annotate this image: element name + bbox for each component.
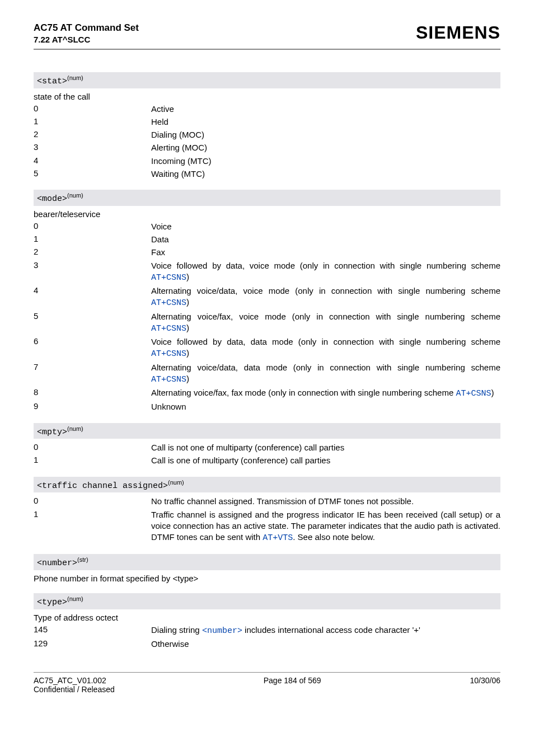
parameter-type-suffix: (num): [67, 192, 83, 199]
value-row: 5Waiting (MTC): [34, 168, 500, 180]
value-description: No traffic channel assigned. Transmissio…: [151, 496, 500, 507]
value-key: 5: [34, 311, 151, 321]
value-description: Alternating voice/fax, voice mode (only …: [151, 311, 500, 335]
code-reference[interactable]: AT+VTS: [263, 533, 293, 543]
value-description: Dialing string <number> includes interna…: [151, 624, 500, 637]
value-row: 129Otherwise: [34, 638, 500, 650]
value-key: 1: [34, 509, 151, 519]
footer-left: AC75_ATC_V01.002 Confidential / Released: [34, 676, 115, 694]
parameter-band: <traffic channel assigned>(num): [34, 477, 500, 493]
value-row: 0No traffic channel assigned. Transmissi…: [34, 496, 500, 507]
code-reference[interactable]: AT+CSNS: [151, 349, 186, 359]
value-row: 4Alternating voice/data, voice mode (onl…: [34, 285, 500, 309]
value-row: 7Alternating voice/data, data mode (only…: [34, 362, 500, 386]
code-reference[interactable]: AT+CSNS: [456, 389, 491, 398]
parameter-band: <type>(num): [34, 593, 500, 609]
value-row: 5Alternating voice/fax, voice mode (only…: [34, 311, 500, 335]
parameter-name: <mpty>: [37, 427, 67, 436]
code-reference[interactable]: AT+CSNS: [151, 324, 186, 334]
value-row: 1Call is one of multiparty (conference) …: [34, 455, 500, 466]
value-key: 1: [34, 234, 151, 243]
parameter-band: <mpty>(num): [34, 423, 500, 439]
value-key: 129: [34, 638, 151, 648]
footer-rule: [34, 672, 500, 673]
section-intro: Phone number in format specified by <typ…: [34, 574, 500, 583]
parameter-name: <mode>: [37, 194, 67, 204]
value-description: Fax: [151, 247, 500, 258]
code-reference[interactable]: <type>: [172, 574, 198, 583]
value-key: 0: [34, 442, 151, 452]
value-key: 1: [34, 455, 151, 464]
value-key: 9: [34, 401, 151, 411]
value-key: 145: [34, 624, 151, 634]
page-footer: AC75_ATC_V01.002 Confidential / Released…: [34, 676, 500, 694]
code-reference[interactable]: AT+CSNS: [151, 375, 186, 384]
doc-title: AC75 AT Command Set: [34, 22, 139, 34]
value-key: 7: [34, 362, 151, 372]
value-key: 0: [34, 221, 151, 231]
parameter-band: <stat>(num): [34, 72, 500, 88]
value-row: 9Unknown: [34, 401, 500, 412]
value-row: 2Fax: [34, 247, 500, 258]
value-description: Dialing (MOC): [151, 129, 500, 140]
value-description: Voice followed by data, voice mode (only…: [151, 260, 500, 284]
parameter-name: <type>: [37, 598, 67, 607]
value-description: Incoming (MTC): [151, 156, 500, 167]
footer-date: 10/30/06: [470, 676, 501, 694]
value-key: 2: [34, 129, 151, 139]
parameter-type-suffix: (num): [67, 425, 83, 432]
value-row: 0Call is not one of multiparty (conferen…: [34, 442, 500, 453]
value-row: 3Alerting (MOC): [34, 142, 500, 153]
value-description: Call is one of multiparty (conference) c…: [151, 455, 500, 466]
value-key: 6: [34, 336, 151, 346]
value-row: 0Active: [34, 104, 500, 115]
value-row: 0Voice: [34, 221, 500, 232]
footer-classification: Confidential / Released: [34, 685, 115, 694]
value-key: 5: [34, 168, 151, 178]
value-key: 3: [34, 142, 151, 152]
value-row: 6Voice followed by data, data mode (only…: [34, 336, 500, 360]
value-key: 0: [34, 104, 151, 113]
value-description: Alternating voice/data, data mode (only …: [151, 362, 500, 386]
value-row: 4Incoming (MTC): [34, 156, 500, 167]
section-intro: bearer/teleservice: [34, 209, 500, 219]
value-key: 4: [34, 156, 151, 165]
value-description: Voice: [151, 221, 500, 232]
value-description: Active: [151, 104, 500, 115]
value-description: Held: [151, 116, 500, 128]
parameter-type-suffix: (num): [67, 595, 83, 602]
value-description: Alternating voice/fax, fax mode (only in…: [151, 387, 500, 400]
brand-logo: SIEMENS: [416, 22, 500, 43]
content: <stat>(num)state of the call0Active1Held…: [34, 72, 500, 650]
value-row: 145Dialing string <number> includes inte…: [34, 624, 500, 637]
parameter-type-suffix: (str): [77, 556, 88, 563]
value-description: Traffic channel is assigned and the prog…: [151, 509, 500, 544]
header-left: AC75 AT Command Set 7.22 AT^SLCC: [34, 22, 139, 44]
value-description: Data: [151, 234, 500, 245]
value-description: Call is not one of multiparty (conferenc…: [151, 442, 500, 453]
code-reference[interactable]: AT+CSNS: [151, 273, 186, 283]
value-row: 1Data: [34, 234, 500, 245]
value-key: 3: [34, 260, 151, 270]
value-key: 1: [34, 116, 151, 126]
value-key: 0: [34, 496, 151, 505]
parameter-band: <number>(str): [34, 554, 500, 570]
value-description: Voice followed by data, data mode (only …: [151, 336, 500, 360]
value-description: Waiting (MTC): [151, 168, 500, 180]
parameter-name: <stat>: [37, 77, 67, 86]
value-row: 3Voice followed by data, voice mode (onl…: [34, 260, 500, 284]
parameter-type-suffix: (num): [67, 74, 83, 81]
parameter-name: <traffic channel assigned>: [37, 481, 168, 490]
code-reference[interactable]: AT+CSNS: [151, 298, 186, 308]
value-description: Otherwise: [151, 638, 500, 650]
value-row: 1Traffic channel is assigned and the pro…: [34, 509, 500, 544]
footer-page-number: Page 184 of 569: [264, 676, 321, 694]
value-key: 8: [34, 387, 151, 397]
value-key: 4: [34, 285, 151, 295]
parameter-name: <number>: [37, 558, 77, 568]
value-row: 8Alternating voice/fax, fax mode (only i…: [34, 387, 500, 400]
page: AC75 AT Command Set 7.22 AT^SLCC SIEMENS…: [0, 0, 534, 711]
section-intro: state of the call: [34, 92, 500, 101]
value-description: Alerting (MOC): [151, 142, 500, 153]
code-reference[interactable]: <number>: [202, 626, 242, 636]
